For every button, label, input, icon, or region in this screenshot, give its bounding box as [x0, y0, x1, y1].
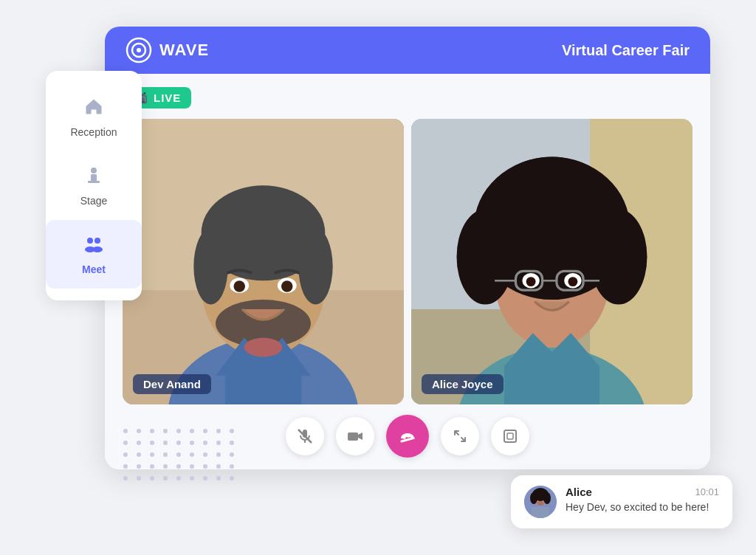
svg-point-62	[150, 441, 154, 445]
svg-point-17	[298, 228, 332, 304]
svg-point-38	[568, 277, 577, 286]
content-area: 📹 LIVE	[105, 74, 710, 469]
sidebar-item-meet[interactable]: Meet	[46, 220, 142, 289]
svg-rect-23	[225, 376, 301, 404]
sidebar-item-label: Stage	[80, 195, 108, 207]
svg-point-77	[230, 452, 234, 457]
app-name: WAVE	[159, 41, 209, 60]
live-label: LIVE	[154, 92, 181, 104]
svg-point-32	[457, 210, 514, 305]
svg-point-67	[216, 441, 221, 445]
sidebar-item-label: Reception	[70, 126, 117, 138]
svg-point-51	[123, 429, 128, 433]
svg-rect-44	[504, 366, 599, 404]
svg-point-93	[203, 476, 207, 480]
svg-rect-50	[507, 433, 513, 439]
svg-point-3	[87, 238, 93, 244]
svg-rect-2	[88, 181, 100, 183]
svg-point-86	[230, 464, 234, 469]
chat-message: Hey Dev, so excited to be here!	[566, 501, 719, 513]
video-cell-left: Dev Anand	[123, 119, 404, 404]
svg-rect-1	[91, 174, 97, 182]
svg-point-56	[190, 429, 194, 433]
svg-point-63	[163, 441, 168, 445]
svg-point-88	[137, 476, 141, 480]
svg-point-70	[137, 452, 141, 457]
svg-point-37	[526, 277, 536, 286]
svg-point-85	[216, 464, 221, 469]
svg-point-34	[495, 157, 609, 233]
chat-body: Alice 10:01 Hey Dev, so excited to be he…	[566, 486, 719, 513]
page-title: Virtual Career Fair	[562, 42, 690, 59]
camera-button[interactable]	[336, 417, 374, 455]
svg-point-72	[163, 452, 168, 457]
svg-point-4	[94, 238, 100, 244]
stage-icon	[83, 165, 104, 190]
svg-point-60	[123, 441, 128, 445]
svg-point-71	[150, 452, 154, 457]
svg-point-80	[150, 464, 154, 469]
svg-point-65	[190, 441, 194, 445]
svg-point-75	[203, 452, 207, 457]
svg-point-58	[216, 429, 221, 433]
svg-point-74	[190, 452, 194, 457]
svg-point-53	[150, 429, 154, 433]
svg-point-101	[543, 492, 551, 504]
svg-point-104	[537, 501, 544, 506]
sidebar: Reception Stage Meet	[46, 71, 142, 300]
sidebar-item-reception[interactable]: Reception	[46, 83, 142, 151]
svg-point-68	[230, 441, 234, 445]
svg-point-52	[137, 429, 141, 433]
svg-point-95	[230, 476, 234, 480]
meet-icon	[82, 233, 106, 259]
svg-point-55	[176, 429, 181, 433]
svg-point-6	[92, 247, 103, 252]
svg-rect-47	[348, 432, 358, 441]
participant-name-left: Dev Anand	[133, 374, 211, 394]
svg-point-82	[176, 464, 181, 469]
fullscreen-button[interactable]	[491, 417, 529, 455]
svg-point-66	[203, 441, 207, 445]
svg-point-69	[123, 452, 128, 457]
expand-button[interactable]	[441, 417, 479, 455]
app-logo: WAVE	[126, 37, 209, 63]
svg-point-94	[216, 476, 221, 480]
svg-point-33	[590, 210, 647, 305]
video-cell-right: Alice Joyce	[411, 119, 693, 404]
svg-point-64	[176, 441, 181, 445]
svg-point-54	[163, 429, 168, 433]
svg-point-76	[216, 452, 221, 457]
dot-grid-decoration	[120, 425, 238, 484]
svg-point-61	[137, 441, 141, 445]
chat-time: 10:01	[695, 486, 719, 497]
chat-header-row: Alice 10:01	[566, 486, 719, 498]
svg-point-21	[281, 280, 292, 292]
svg-point-59	[230, 429, 234, 433]
chat-avatar	[524, 486, 557, 518]
mute-button[interactable]	[286, 417, 324, 455]
chat-sender: Alice	[566, 486, 592, 498]
svg-point-83	[190, 464, 194, 469]
svg-point-24	[244, 338, 283, 357]
sidebar-item-stage[interactable]: Stage	[46, 151, 142, 220]
chat-notification: Alice 10:01 Hey Dev, so excited to be he…	[511, 475, 732, 528]
svg-rect-49	[504, 430, 516, 442]
svg-point-9	[137, 48, 141, 52]
main-card: WAVE Virtual Career Fair 📹 LIVE	[105, 27, 710, 469]
svg-point-79	[137, 464, 141, 469]
svg-point-87	[123, 476, 128, 480]
svg-point-20	[234, 280, 245, 292]
svg-point-92	[190, 476, 194, 480]
svg-point-0	[91, 168, 97, 173]
app-header: WAVE Virtual Career Fair	[105, 27, 710, 74]
svg-point-84	[203, 464, 207, 469]
participant-name-right: Alice Joyce	[422, 374, 504, 394]
svg-point-73	[176, 452, 181, 457]
video-area: Dev Anand	[123, 119, 693, 404]
sidebar-item-label: Meet	[82, 263, 106, 275]
end-call-button[interactable]	[386, 415, 429, 458]
svg-point-91	[176, 476, 181, 480]
svg-point-16	[193, 228, 227, 304]
svg-point-78	[123, 464, 128, 469]
home-icon	[83, 96, 104, 122]
